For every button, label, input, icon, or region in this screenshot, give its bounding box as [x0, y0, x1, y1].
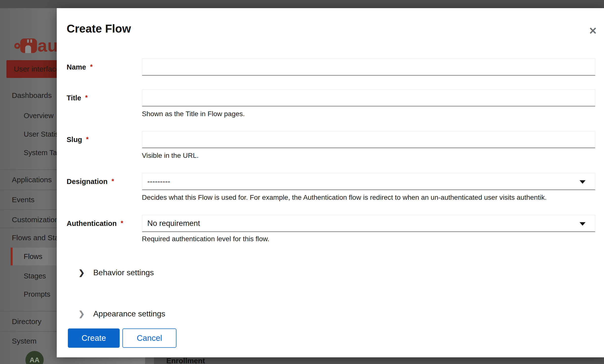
required-asterisk: *	[112, 178, 114, 185]
designation-select[interactable]: ---------	[142, 173, 595, 190]
sidebar-item-dashboards[interactable]: Dashboards	[12, 91, 52, 100]
chevron-right-icon: ❯	[78, 268, 84, 277]
authentication-label: Authentication*	[67, 219, 142, 228]
behavior-settings-toggle[interactable]: ❯ Behavior settings	[78, 268, 154, 277]
sidebar-item-prompts[interactable]: Prompts	[24, 289, 50, 299]
title-label: Title*	[67, 94, 142, 102]
behavior-settings-label: Behavior settings	[93, 268, 154, 277]
title-input[interactable]	[142, 89, 595, 107]
sidebar-item-customization[interactable]: Customization	[12, 215, 59, 225]
designation-help-text: Decides what this Flow is used for. For …	[142, 194, 547, 201]
user-avatar[interactable]: AA	[25, 351, 44, 364]
logo-keyring-icon	[14, 43, 20, 49]
close-icon[interactable]: ✕	[585, 23, 600, 38]
sidebar-item-directory[interactable]: Directory	[12, 317, 41, 327]
designation-label: Designation*	[67, 178, 142, 186]
sidebar-item-label: Flows	[24, 248, 42, 265]
slug-input[interactable]	[142, 131, 595, 148]
slug-label: Slug*	[67, 136, 142, 144]
title-help-text: Shown as the Title in Flow pages.	[142, 110, 245, 118]
logo-wordmark: au	[38, 36, 58, 55]
authentication-selected-value: No requirement	[147, 219, 200, 228]
authentication-help-text: Required authentication level for this f…	[142, 235, 269, 243]
logo-mark-icon	[20, 38, 37, 53]
cancel-button[interactable]: Cancel	[122, 328, 176, 348]
authentication-select[interactable]: No requirement	[142, 215, 595, 232]
create-flow-modal: Create Flow ✕ Name* Title* Shown as the …	[57, 8, 604, 357]
chevron-down-icon	[580, 222, 585, 226]
modal-title: Create Flow	[67, 22, 131, 35]
sidebar-item-stages[interactable]: Stages	[24, 271, 46, 281]
required-asterisk: *	[85, 94, 88, 101]
sidebar-item-overview[interactable]: Overview	[24, 111, 54, 121]
name-input[interactable]	[142, 58, 595, 76]
sidebar-item-events[interactable]: Events	[12, 195, 35, 205]
screen: Enrollment au User interface Dashboards …	[0, 0, 604, 364]
required-asterisk: *	[121, 219, 123, 227]
slug-help-text: Visible in the URL.	[142, 152, 199, 160]
name-label: Name*	[67, 63, 142, 71]
background-table-row-label: Enrollment	[166, 357, 205, 364]
chevron-down-icon	[580, 180, 585, 184]
designation-selected-value: ---------	[147, 177, 170, 186]
appearance-settings-label: Appearance settings	[93, 309, 165, 318]
top-band	[0, 0, 604, 8]
appearance-settings-toggle[interactable]: ❯ Appearance settings	[78, 309, 165, 319]
create-button[interactable]: Create	[68, 328, 120, 348]
chevron-right-icon: ❯	[78, 309, 84, 318]
selected-indicator-bar	[11, 248, 13, 265]
required-asterisk: *	[90, 63, 93, 71]
required-asterisk: *	[86, 136, 89, 143]
sidebar-item-system[interactable]: System	[12, 336, 37, 346]
sidebar-item-applications[interactable]: Applications	[12, 175, 52, 185]
